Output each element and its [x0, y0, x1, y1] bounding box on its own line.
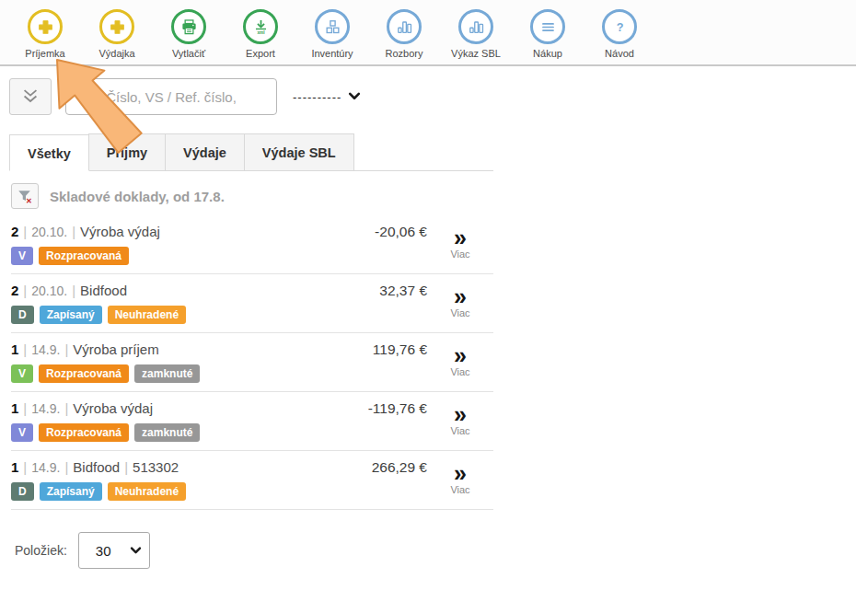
- status-badge: V: [11, 364, 33, 383]
- svg-text:?: ?: [616, 20, 623, 33]
- double-chevron-down-icon: [20, 87, 41, 107]
- page-size-select[interactable]: 30: [78, 532, 150, 569]
- plus-icon: [99, 9, 134, 44]
- row-badges: VRozpracovanázamknuté: [11, 364, 326, 383]
- more-button[interactable]: » Viac: [427, 222, 493, 265]
- printer-icon: [171, 9, 206, 44]
- filter-dropdown[interactable]: ----------: [293, 90, 361, 104]
- more-button[interactable]: » Viac: [427, 399, 493, 442]
- tab-bar: Všetky Príjmy Výdaje Výdaje SBL: [9, 133, 493, 171]
- plus-icon: [28, 9, 63, 44]
- row-title: 1|14.9.|Bidfood|513302: [11, 457, 326, 478]
- status-badge: Rozpracovaná: [39, 423, 129, 442]
- status-badge: Rozpracovaná: [39, 247, 129, 265]
- toolbar-button-vytlacit[interactable]: Vytlačiť: [153, 9, 225, 59]
- row-amount: -119,76 €: [326, 399, 427, 442]
- row-badges: DZapísanýNeuhradené: [11, 482, 326, 501]
- double-chevron-right-icon: »: [454, 463, 467, 483]
- status-badge: D: [11, 306, 34, 324]
- question-icon: ?: [602, 9, 637, 44]
- tab-vydaje[interactable]: Výdaje: [165, 133, 245, 170]
- filter-dropdown-value: ----------: [293, 90, 341, 104]
- bar-chart-icon: [458, 9, 493, 44]
- status-badge: V: [11, 247, 33, 265]
- row-badges: DZapísanýNeuhradené: [11, 306, 326, 324]
- tab-vydaje-sbl[interactable]: Výdaje SBL: [244, 133, 354, 170]
- toolbar: Príjemka Výdajka Vytlačiť xml Export Inv…: [0, 0, 856, 66]
- search-input[interactable]: [65, 78, 277, 115]
- filter-remove-icon: ✕: [17, 188, 33, 204]
- more-button[interactable]: » Viac: [427, 457, 493, 501]
- bar-chart-icon: [387, 9, 422, 44]
- chevron-down-icon: [348, 90, 361, 103]
- double-chevron-right-icon: »: [454, 286, 467, 306]
- toolbar-button-nakup[interactable]: Nákup: [512, 9, 584, 59]
- status-badge: Rozpracovaná: [39, 364, 129, 383]
- toolbar-button-inventury[interactable]: Inventúry: [296, 9, 368, 59]
- document-list: 2|20.10.|Výroba výdaj VRozpracovaná -20,…: [11, 215, 493, 510]
- filter-summary-label: Skladové doklady, od 17.8.: [50, 189, 225, 204]
- tab-prijmy[interactable]: Príjmy: [88, 133, 166, 170]
- double-chevron-right-icon: »: [454, 227, 467, 248]
- row-amount: -20,06 €: [326, 222, 427, 265]
- toolbar-button-export[interactable]: xml Export: [225, 9, 296, 59]
- row-title: 1|14.9.|Výroba príjem: [11, 340, 326, 360]
- clear-filter-button[interactable]: ✕: [11, 183, 39, 209]
- table-row[interactable]: 2|20.10.|Výroba výdaj VRozpracovaná -20,…: [11, 215, 493, 274]
- row-title: 2|20.10.|Bidfood: [11, 281, 326, 301]
- tab-vsetky[interactable]: Všetky: [9, 134, 89, 171]
- export-xml-icon: xml: [243, 9, 278, 44]
- menu-icon: [530, 9, 565, 44]
- status-badge: zamknuté: [134, 364, 200, 383]
- double-chevron-right-icon: »: [454, 345, 467, 365]
- more-button[interactable]: » Viac: [427, 340, 493, 383]
- page-size-label: Položiek:: [15, 543, 67, 558]
- double-chevron-right-icon: »: [454, 404, 467, 424]
- svg-text:xml: xml: [257, 30, 264, 35]
- row-badges: VRozpracovanázamknuté: [11, 423, 326, 442]
- row-title: 2|20.10.|Výroba výdaj: [11, 222, 326, 242]
- row-badges: VRozpracovaná: [11, 247, 326, 265]
- status-badge: D: [11, 482, 34, 501]
- filter-row: ✕ Skladové doklady, od 17.8.: [11, 183, 868, 209]
- status-badge: Neuhradené: [108, 306, 186, 324]
- status-badge: Zapísaný: [40, 306, 102, 324]
- toolbar-button-vykaz-sbl[interactable]: Výkaz SBL: [440, 9, 512, 59]
- toolbar-button-rozbory[interactable]: Rozbory: [368, 9, 440, 59]
- row-title: 1|14.9.|Výroba výdaj: [11, 399, 326, 419]
- boxes-icon: [315, 9, 350, 44]
- pagination: Položiek: 30: [15, 532, 868, 569]
- row-amount: 266,29 €: [326, 457, 427, 501]
- svg-text:✕: ✕: [26, 197, 32, 204]
- table-row[interactable]: 1|14.9.|Výroba príjem VRozpracovanázamkn…: [11, 333, 493, 392]
- table-row[interactable]: 2|20.10.|Bidfood DZapísanýNeuhradené 32,…: [11, 274, 493, 333]
- page-size-select-wrap: 30: [78, 532, 150, 569]
- table-row[interactable]: 1|14.9.|Výroba výdaj VRozpracovanázamknu…: [11, 392, 493, 451]
- status-badge: zamknuté: [134, 423, 200, 442]
- more-button[interactable]: » Viac: [427, 281, 493, 324]
- status-badge: V: [11, 423, 33, 442]
- toolbar-button-prijemka[interactable]: Príjemka: [9, 9, 81, 59]
- expand-filters-button[interactable]: [9, 78, 52, 115]
- row-amount: 32,37 €: [326, 281, 427, 324]
- status-badge: Zapísaný: [40, 482, 102, 501]
- search-row: ----------: [9, 78, 868, 115]
- row-amount: 119,76 €: [326, 340, 427, 383]
- status-badge: Neuhradené: [108, 482, 186, 501]
- table-row[interactable]: 1|14.9.|Bidfood|513302 DZapísanýNeuhrade…: [11, 451, 493, 510]
- toolbar-button-vydajka[interactable]: Výdajka: [81, 9, 153, 59]
- toolbar-button-navod[interactable]: ? Návod: [584, 9, 655, 59]
